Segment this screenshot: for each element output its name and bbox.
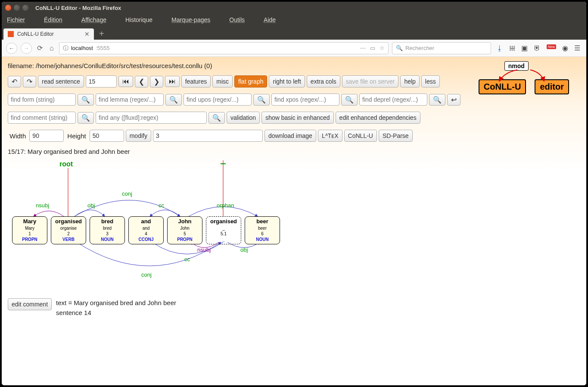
nav-reload-button[interactable]: ⟳: [35, 44, 44, 52]
dependency-label[interactable]: cc: [159, 202, 164, 209]
dependency-label[interactable]: obj: [240, 247, 248, 253]
dependency-label[interactable]: nsubj: [197, 247, 211, 253]
window-maximize-button[interactable]: [22, 5, 28, 11]
show-basic-button[interactable]: show basic in enhanced: [261, 112, 333, 124]
last-button[interactable]: ⏭: [165, 76, 180, 87]
token-node[interactable]: andand4CCONJ: [128, 216, 164, 244]
token-node[interactable]: bredbred3NOUN: [90, 216, 125, 244]
dependency-label[interactable]: conj: [122, 190, 132, 197]
find-any-input[interactable]: [96, 112, 207, 124]
find-xpos-search-button[interactable]: 🔍: [341, 94, 358, 106]
extra-cols-button[interactable]: extra cols: [307, 75, 340, 87]
library-icon[interactable]: 𝍐: [509, 44, 515, 52]
menu-bookmarks[interactable]: Marque-pages: [171, 16, 220, 23]
find-any-search-button[interactable]: 🔍: [208, 112, 225, 124]
shield-icon[interactable]: ⛨: [534, 44, 541, 52]
nav-home-button[interactable]: ⌂: [48, 44, 56, 52]
validation-button[interactable]: validation: [227, 112, 260, 124]
sidebar-icon[interactable]: ▣: [521, 44, 528, 52]
misc-button[interactable]: misc: [212, 75, 233, 87]
token-node[interactable]: organisedorganise2VERB: [51, 216, 86, 244]
tab-close-icon[interactable]: ✕: [84, 31, 90, 37]
menu-tools[interactable]: Outils: [229, 16, 254, 23]
latex-button[interactable]: LᴬTᴇX: [318, 130, 342, 142]
undo-button[interactable]: ↶: [8, 76, 21, 87]
height-input[interactable]: [90, 130, 124, 142]
reader-icon[interactable]: ▭: [370, 45, 375, 51]
flat-graph-button[interactable]: flat graph: [234, 75, 267, 87]
page-action-icon[interactable]: ⋯: [360, 45, 366, 51]
token-lemma: Mary: [13, 225, 46, 231]
page-content: filename: /home/johannes/ConlluEditor/sr…: [2, 57, 586, 385]
token-index: 5.1: [207, 231, 240, 237]
dependency-label[interactable]: orphan: [217, 202, 234, 209]
download-image-button[interactable]: download image: [264, 130, 316, 142]
find-deprel-input[interactable]: [359, 94, 427, 106]
find-comment-input[interactable]: [8, 112, 76, 124]
save-button[interactable]: save file on server: [342, 75, 399, 87]
find-form-search-button[interactable]: 🔍: [78, 94, 94, 106]
info-icon[interactable]: ⓘ: [63, 44, 68, 52]
bookmark-star-icon[interactable]: ☆: [380, 45, 385, 51]
notification-icon[interactable]: New: [547, 44, 556, 52]
nav-back-button[interactable]: ←: [6, 43, 17, 54]
menu-history[interactable]: Historique: [125, 16, 162, 23]
sdparse-button[interactable]: SD-Parse: [379, 130, 413, 142]
token-index: 4: [130, 231, 162, 237]
less-button[interactable]: less: [421, 75, 440, 87]
first-button[interactable]: ⏮: [118, 76, 133, 87]
url-input[interactable]: ⓘ localhost:5555 ⋯ ▭ ☆: [59, 42, 389, 54]
find-comment-search-button[interactable]: 🔍: [78, 112, 94, 124]
browser-tab[interactable]: CoNLL-U Editor ✕: [3, 28, 94, 40]
token-pos: CCONJ: [130, 237, 162, 242]
token-node[interactable]: MaryMary1PROPN: [12, 216, 47, 244]
dependency-label[interactable]: obj: [87, 202, 95, 209]
help-button[interactable]: help: [400, 75, 419, 87]
conllu-button[interactable]: CoNLL-U: [344, 130, 377, 142]
token-lemma: bred: [91, 225, 124, 231]
read-sentence-button[interactable]: read sentence: [38, 75, 84, 87]
window-minimize-button[interactable]: [14, 5, 20, 11]
menu-help[interactable]: Aide: [264, 16, 285, 23]
find-upos-search-button[interactable]: 🔍: [253, 94, 270, 106]
next-button[interactable]: ❯: [150, 76, 163, 87]
search-input[interactable]: 🔍 Rechercher: [392, 42, 491, 54]
find-deprel-search-button[interactable]: 🔍: [429, 94, 445, 106]
features-button[interactable]: features: [181, 75, 211, 87]
comment-line2: sentence 14: [56, 308, 176, 318]
find-back-button[interactable]: ↩: [447, 94, 460, 106]
edit-enhanced-button[interactable]: edit enhanced dependencies: [336, 112, 420, 124]
dependency-label[interactable]: conj: [141, 272, 152, 278]
menu-file[interactable]: Fichier: [7, 16, 34, 23]
sentence-number-input[interactable]: [86, 75, 117, 87]
image-num-input[interactable]: [153, 130, 263, 142]
redo-button[interactable]: ↷: [23, 76, 36, 87]
edit-comment-button[interactable]: edit comment: [8, 298, 52, 310]
hamburger-menu-icon[interactable]: ☰: [574, 44, 580, 52]
prev-button[interactable]: ❮: [135, 76, 148, 87]
width-input[interactable]: [29, 130, 64, 142]
rtl-button[interactable]: right to left: [269, 75, 305, 87]
find-xpos-input[interactable]: [271, 94, 339, 106]
dependency-graph[interactable]: root: [8, 160, 309, 290]
window-close-button[interactable]: [5, 5, 11, 11]
nav-forward-button[interactable]: →: [21, 43, 32, 54]
find-upos-input[interactable]: [184, 94, 252, 106]
find-lemma-search-button[interactable]: 🔍: [165, 94, 182, 106]
menu-view[interactable]: Affichage: [81, 16, 116, 23]
modify-button[interactable]: modify: [126, 130, 151, 142]
token-pos: VERB: [52, 237, 85, 242]
profile-icon[interactable]: ◉: [562, 44, 568, 52]
find-lemma-input[interactable]: [96, 94, 164, 106]
token-lemma: John: [168, 225, 201, 231]
token-node[interactable]: organised_5.1_: [206, 216, 241, 244]
token-node[interactable]: beerbeer6NOUN: [245, 216, 280, 244]
downloads-icon[interactable]: ⭳: [496, 44, 503, 52]
token-node[interactable]: JohnJohn5PROPN: [167, 216, 202, 244]
token-pos: NOUN: [91, 237, 124, 242]
dependency-label[interactable]: nsubj: [36, 202, 49, 209]
dependency-label[interactable]: cc: [184, 256, 190, 262]
menu-edit[interactable]: Édition: [44, 16, 72, 23]
new-tab-button[interactable]: +: [94, 28, 109, 40]
find-form-input[interactable]: [8, 94, 76, 106]
